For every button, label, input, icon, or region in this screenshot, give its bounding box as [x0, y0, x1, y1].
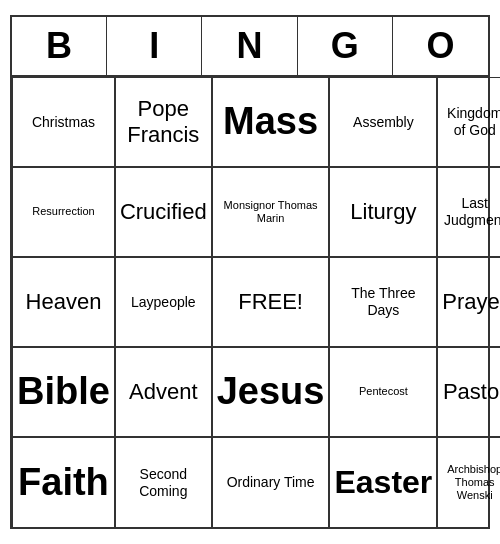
bingo-grid: ChristmasPope FrancisMassAssemblyKingdom… — [12, 77, 488, 527]
bingo-cell: Pentecost — [329, 347, 437, 437]
bingo-cell: Liturgy — [329, 167, 437, 257]
bingo-cell: Second Coming — [115, 437, 212, 527]
bingo-cell: Jesus — [212, 347, 330, 437]
bingo-cell: Pastor — [437, 347, 500, 437]
bingo-cell: Archbishop Thomas Wenski — [437, 437, 500, 527]
bingo-cell: Heaven — [12, 257, 115, 347]
bingo-cell: Resurrection — [12, 167, 115, 257]
header-letter: I — [107, 17, 202, 75]
bingo-cell: Assembly — [329, 77, 437, 167]
bingo-cell: Prayer — [437, 257, 500, 347]
bingo-cell: Ordinary Time — [212, 437, 330, 527]
bingo-cell: Faith — [12, 437, 115, 527]
bingo-cell: The Three Days — [329, 257, 437, 347]
bingo-cell: Bible — [12, 347, 115, 437]
bingo-cell: Laypeople — [115, 257, 212, 347]
bingo-header: BINGO — [12, 17, 488, 77]
header-letter: B — [12, 17, 107, 75]
bingo-cell: Pope Francis — [115, 77, 212, 167]
bingo-cell: Crucified — [115, 167, 212, 257]
bingo-cell: Easter — [329, 437, 437, 527]
bingo-cell: Monsignor Thomas Marin — [212, 167, 330, 257]
bingo-card: BINGO ChristmasPope FrancisMassAssemblyK… — [10, 15, 490, 529]
header-letter: O — [393, 17, 488, 75]
bingo-cell: Mass — [212, 77, 330, 167]
bingo-cell: Kingdom of God — [437, 77, 500, 167]
header-letter: N — [202, 17, 297, 75]
bingo-cell: Advent — [115, 347, 212, 437]
bingo-cell: Christmas — [12, 77, 115, 167]
bingo-cell: Last Judgment — [437, 167, 500, 257]
header-letter: G — [298, 17, 393, 75]
bingo-cell: FREE! — [212, 257, 330, 347]
